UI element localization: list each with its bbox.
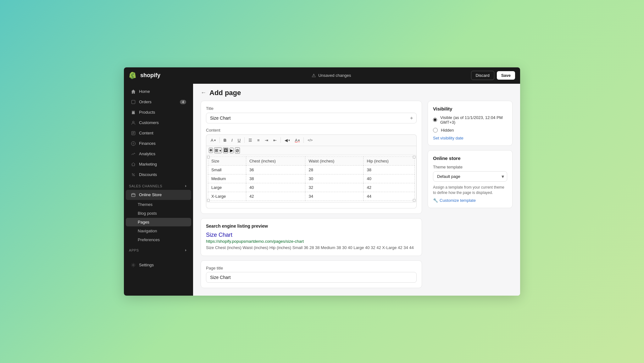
table-cell: 34 bbox=[305, 192, 364, 201]
theme-template-label: Theme template bbox=[433, 165, 507, 169]
table-cell: 38 bbox=[364, 165, 415, 174]
save-button[interactable]: Save bbox=[497, 71, 515, 80]
table-row: Small362838 bbox=[208, 165, 415, 174]
hidden-option[interactable]: Hidden bbox=[433, 128, 507, 133]
unsaved-label: Unsaved changes bbox=[318, 73, 351, 78]
customize-template-link[interactable]: 🔧 Customize template bbox=[433, 198, 507, 203]
svg-point-6 bbox=[133, 264, 134, 266]
sidebar-item-finances[interactable]: Finances bbox=[126, 139, 191, 149]
table-cell: 40 bbox=[246, 183, 305, 192]
sidebar-finances-label: Finances bbox=[139, 141, 156, 146]
sidebar-item-analytics[interactable]: Analytics bbox=[126, 149, 191, 159]
sidebar-subitem-pages[interactable]: Pages bbox=[126, 218, 191, 226]
move-button[interactable]: ✥ bbox=[209, 148, 213, 153]
table-cell: Small bbox=[208, 165, 246, 174]
sidebar-preferences-label: Preferences bbox=[138, 237, 160, 242]
table-header-size: Size bbox=[208, 156, 246, 165]
table-cell: X-Large bbox=[208, 192, 246, 201]
table-cell: Medium bbox=[208, 174, 246, 183]
editor-content[interactable]: Size Chest (inches) Waist (inches) Hip (… bbox=[206, 155, 417, 208]
format-button[interactable]: A ▾ bbox=[209, 137, 218, 144]
seo-url: https://shopify.popupsmartdemo.com/pages… bbox=[206, 239, 417, 244]
sidebar-item-home[interactable]: Home bbox=[126, 87, 191, 97]
seo-description: Size Chest (inches) Waist (inches) Hip (… bbox=[206, 245, 417, 251]
sidebar-analytics-label: Analytics bbox=[139, 151, 155, 156]
page-title-label: Page title bbox=[206, 266, 417, 270]
sidebar-item-customers[interactable]: Customers bbox=[126, 118, 191, 128]
svg-point-1 bbox=[132, 121, 134, 123]
table-cell: 42 bbox=[364, 183, 415, 192]
sidebar-settings-label: Settings bbox=[139, 263, 154, 267]
table-cell: 42 bbox=[246, 192, 305, 201]
video-button[interactable]: ▶ bbox=[230, 148, 234, 153]
sidebar-item-orders[interactable]: Orders 4 bbox=[126, 97, 191, 107]
sidebar-subitem-blog-posts[interactable]: Blog posts bbox=[126, 209, 191, 218]
table-button[interactable]: ⊞ ▾ bbox=[214, 147, 222, 153]
orders-badge: 4 bbox=[180, 100, 186, 104]
theme-template-select[interactable]: Default page bbox=[433, 171, 507, 182]
svg-point-4 bbox=[134, 175, 135, 176]
page-title-card: Page title bbox=[201, 260, 422, 288]
sidebar-orders-label: Orders bbox=[139, 99, 152, 104]
sidebar-customers-label: Customers bbox=[139, 120, 159, 125]
color-button[interactable]: A ▾ bbox=[293, 137, 302, 144]
list-indent-button[interactable]: ⇥ bbox=[263, 137, 270, 144]
title-input[interactable] bbox=[206, 113, 417, 123]
discard-button[interactable]: Discard bbox=[471, 71, 494, 80]
sidebar-subitem-navigation[interactable]: Navigation bbox=[126, 227, 191, 235]
table-cell: 40 bbox=[364, 174, 415, 183]
shopify-logo: shopify bbox=[129, 71, 192, 80]
sidebar-item-content[interactable]: Content bbox=[126, 128, 191, 138]
magic-icon: ✦ bbox=[409, 115, 414, 121]
sidebar-pages-label: Pages bbox=[138, 220, 149, 224]
image-button[interactable]: 🖼 bbox=[223, 147, 228, 153]
warning-icon: ⚠ bbox=[312, 73, 316, 78]
list-ul-button[interactable]: ☰ bbox=[247, 137, 254, 144]
sidebar-home-label: Home bbox=[139, 89, 150, 94]
sidebar-navigation-label: Navigation bbox=[138, 229, 157, 233]
table-cell: 28 bbox=[305, 165, 364, 174]
apps-section: Apps bbox=[124, 244, 193, 254]
underline-button[interactable]: U bbox=[236, 137, 242, 144]
title-label: Title bbox=[206, 106, 417, 111]
seo-title: Size Chart bbox=[206, 232, 417, 238]
title-card: Title ✦ Content A ▾ B bbox=[201, 101, 422, 214]
sidebar-item-marketing[interactable]: Marketing bbox=[126, 159, 191, 169]
page-title-input[interactable] bbox=[206, 272, 417, 283]
source-button[interactable]: </> bbox=[306, 137, 314, 143]
sidebar-item-online-store[interactable]: Online Store bbox=[126, 190, 191, 200]
list-outdent-button[interactable]: ⇤ bbox=[271, 137, 279, 144]
sidebar-blog-posts-label: Blog posts bbox=[138, 211, 157, 216]
set-visibility-link[interactable]: Set visibility date bbox=[433, 136, 507, 140]
svg-rect-0 bbox=[131, 100, 135, 104]
back-button[interactable]: ← bbox=[201, 89, 206, 96]
right-sidebar: Visibility Visible (as of 11/1/2023, 12:… bbox=[428, 101, 513, 288]
sidebar-item-settings[interactable]: Settings bbox=[126, 260, 191, 270]
hidden-radio[interactable] bbox=[433, 128, 438, 133]
sidebar-item-products[interactable]: Products bbox=[126, 107, 191, 117]
sidebar-item-discounts[interactable]: Discounts bbox=[126, 170, 191, 180]
visible-option[interactable]: Visible (as of 11/1/2023, 12:04 PM GMT+3… bbox=[433, 115, 507, 125]
table-cell: 32 bbox=[305, 183, 364, 192]
align-button[interactable]: ◀ ▾ bbox=[283, 137, 292, 144]
sidebar-subitem-preferences[interactable]: Preferences bbox=[126, 235, 191, 244]
seo-section-label: Search engine listing preview bbox=[206, 224, 417, 229]
apps-label: Apps bbox=[129, 248, 139, 252]
sidebar-discounts-label: Discounts bbox=[139, 172, 157, 177]
bold-button[interactable]: B bbox=[222, 137, 228, 144]
editor-toolbar-row1: A ▾ B I U ☰ ≡ ⇥ ⇤ ◀ ▾ bbox=[206, 134, 417, 146]
visible-radio[interactable] bbox=[433, 117, 437, 122]
sales-channels-label: Sales channels bbox=[129, 184, 162, 188]
clear-format-button[interactable]: ⊘ bbox=[235, 147, 240, 154]
svg-point-3 bbox=[132, 173, 133, 174]
page-title: Add page bbox=[209, 89, 241, 97]
table-cell: 38 bbox=[246, 174, 305, 183]
list-ol-button[interactable]: ≡ bbox=[255, 137, 262, 144]
sidebar-subitem-themes[interactable]: Themes bbox=[126, 200, 191, 209]
sidebar: Home Orders 4 Products Customers Content bbox=[124, 84, 193, 296]
sidebar-products-label: Products bbox=[139, 110, 155, 115]
sidebar-content-label: Content bbox=[139, 131, 153, 135]
italic-button[interactable]: I bbox=[230, 137, 235, 144]
content-area: ← Add page Title ✦ Content bbox=[193, 84, 520, 296]
online-store-title: Online store bbox=[433, 156, 507, 161]
